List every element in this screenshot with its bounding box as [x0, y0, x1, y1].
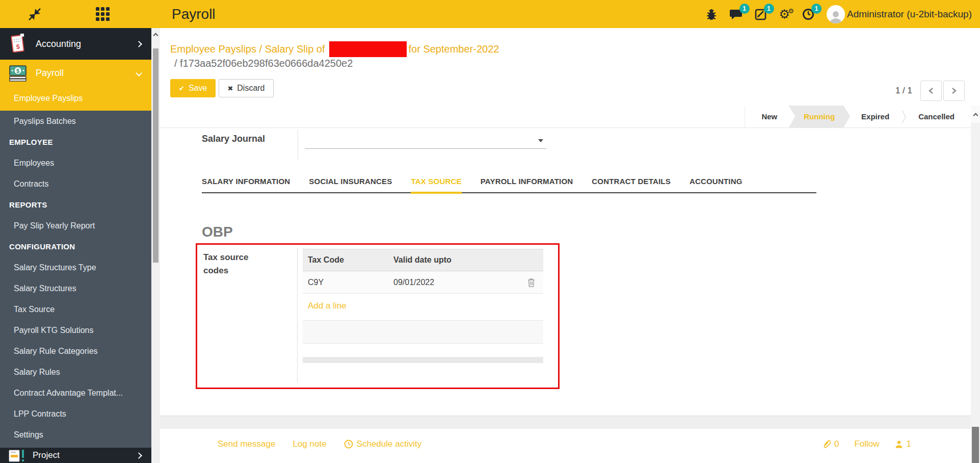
follow-button[interactable]: Follow: [854, 439, 879, 449]
topbar-systray: 1 1 ⚙⚙ 1: [706, 0, 972, 28]
redaction-block: [329, 41, 407, 57]
messages-icon[interactable]: 1: [729, 8, 743, 20]
app-title: Payroll: [172, 0, 216, 28]
tax-source-codes-label: Tax source codes: [203, 251, 270, 277]
chevron-right-icon: [136, 452, 142, 459]
chevron-right-icon: [136, 41, 142, 47]
project-clipboard-icon: [0, 449, 33, 462]
salary-journal-field[interactable]: [305, 132, 546, 149]
breadcrumb: Employee Payslips / Salary Slip offor Se…: [170, 41, 499, 57]
sidebar-item-payroll-ktg-solutions[interactable]: Payroll KTG Solutions: [0, 320, 151, 341]
sidebar-item-contracts[interactable]: Contracts: [0, 173, 151, 194]
status-step-running[interactable]: Running: [788, 106, 850, 128]
sidebar-item-lpp-contracts[interactable]: LPP Contracts: [0, 403, 151, 424]
save-button[interactable]: ✔ Save: [170, 79, 216, 97]
delete-row-button[interactable]: [519, 278, 543, 287]
pager: 1 / 1: [895, 81, 965, 101]
field-separator: [298, 129, 298, 160]
chatter-followers: 0 Follow 1: [822, 439, 911, 449]
sidebar-item-salary-structures[interactable]: Salary Structures: [0, 278, 151, 299]
scroll-up-arrow-icon[interactable]: [971, 106, 980, 123]
sidebar: $ Accounting $ Payroll: [0, 28, 151, 463]
chatter-actions: Send message Log note Schedule activity: [218, 439, 421, 449]
sidebar-item-accounting[interactable]: $ Accounting: [0, 28, 151, 60]
user-menu[interactable]: Administrator (u-2bit-backup): [827, 5, 972, 23]
sidebar-item-salary-rule-categories[interactable]: Salary Rule Categories: [0, 341, 151, 362]
table-horizontal-scrollbar[interactable]: [303, 357, 543, 363]
check-icon: ✔: [179, 85, 184, 92]
sidebar-item-salary-rules[interactable]: Salary Rules: [0, 362, 151, 382]
send-message-link[interactable]: Send message: [218, 439, 275, 449]
schedule-activity-link[interactable]: Schedule activity: [344, 439, 422, 449]
sidebar-item-salary-structures-type[interactable]: Salary Structures Type: [0, 257, 151, 278]
sidebar-item-employees[interactable]: Employees: [0, 152, 151, 173]
sidebar-item-employee-payslips[interactable]: Employee Payslips: [0, 86, 151, 111]
tab-salary-information[interactable]: SALARY INFORMATION: [202, 177, 290, 192]
gear-icon[interactable]: ⚙⚙: [779, 8, 790, 20]
avatar: [827, 5, 845, 23]
accounting-receipt-icon: $: [0, 34, 36, 54]
activity-badge: 1: [811, 4, 822, 14]
breadcrumb-employee-payslips[interactable]: Employee Payslips: [170, 43, 256, 55]
salary-journal-label: Salary Journal: [202, 134, 265, 144]
sheet-bottom-gap: [160, 416, 980, 429]
main-content: Employee Payslips / Salary Slip offor Se…: [160, 28, 980, 463]
sidebar-item-project[interactable]: Project: [0, 448, 151, 463]
statusbar: New Running Expired Cancelled: [745, 106, 966, 127]
attachments-button[interactable]: 0: [822, 439, 839, 449]
top-bar: Payroll 1: [0, 0, 980, 28]
cell-valid-date[interactable]: 09/01/2022: [393, 278, 519, 287]
bug-icon[interactable]: [706, 8, 717, 21]
tab-accounting[interactable]: ACCOUNTING: [690, 177, 743, 192]
status-row: New Running Expired Cancelled: [160, 106, 971, 128]
add-a-line-link[interactable]: Add a line: [308, 301, 347, 311]
empty-row-placeholder: [303, 320, 543, 344]
sidebar-item-payslips-batches[interactable]: Payslips Batches: [0, 111, 151, 132]
column-header-tax-code: Tax Code: [303, 255, 393, 265]
tab-payroll-information[interactable]: PAYROLL INFORMATION: [481, 177, 573, 192]
sidebar-scrollbar[interactable]: [151, 28, 160, 463]
field-separator: [297, 248, 298, 382]
main-scrollbar[interactable]: [971, 106, 980, 463]
followers-button[interactable]: 1: [895, 439, 911, 449]
scroll-up-arrow-icon[interactable]: [151, 28, 160, 40]
sidebar-item-pay-slip-yearly-report[interactable]: Pay Slip Yearly Report: [0, 215, 151, 236]
compress-icon[interactable]: [28, 0, 41, 28]
status-step-new[interactable]: New: [750, 106, 788, 128]
tab-social-insurances[interactable]: SOCIAL INSURANCES: [309, 177, 392, 192]
notebook-tabs: SALARY INFORMATION SOCIAL INSURANCES TAX…: [202, 177, 816, 193]
breadcrumb-salary-slip-suffix[interactable]: for September-2022: [409, 43, 499, 55]
chevron-down-icon: [136, 70, 142, 76]
sidebar-section-employee: EMPLOYEE: [0, 132, 151, 152]
breadcrumb-current: / f173aa52f06eb298f63e0666da4250e2: [174, 58, 353, 69]
table-row[interactable]: C9Y 09/01/2022: [303, 271, 543, 294]
pager-previous-button[interactable]: [920, 81, 942, 101]
tab-tax-source[interactable]: TAX SOURCE: [411, 177, 461, 192]
column-header-valid-date-upto: Valid date upto: [393, 255, 519, 265]
notes-icon[interactable]: 1: [755, 8, 767, 20]
sidebar-menu: Employee Payslips Payslips Batches EMPLO…: [0, 86, 151, 445]
breadcrumb-salary-slip[interactable]: Salary Slip of: [265, 43, 325, 55]
sidebar-item-payroll[interactable]: $ Payroll: [0, 60, 151, 86]
sidebar-item-settings[interactable]: Settings: [0, 424, 151, 445]
sidebar-item-contract-advantage-templates[interactable]: Contract Advantage Templat...: [0, 382, 151, 403]
status-separator-chevron: [902, 109, 906, 124]
main-scrollbar-thumb[interactable]: [972, 427, 979, 463]
pager-next-button[interactable]: [943, 81, 965, 101]
status-step-cancelled[interactable]: Cancelled: [907, 106, 966, 128]
cell-tax-code[interactable]: C9Y: [303, 278, 393, 287]
activity-clock-icon[interactable]: 1: [802, 8, 814, 20]
log-note-link[interactable]: Log note: [293, 439, 326, 449]
sidebar-section-reports: REPORTS: [0, 194, 151, 215]
tab-contract-details[interactable]: CONTRACT DETAILS: [592, 177, 671, 192]
sidebar-item-tax-source[interactable]: Tax Source: [0, 299, 151, 320]
dropdown-caret-icon[interactable]: [538, 139, 543, 142]
annotation-highlight-box: Tax source codes Tax Code Valid date upt…: [196, 243, 560, 389]
follower-person-icon: [895, 440, 903, 448]
tax-source-codes-table: Tax Code Valid date upto C9Y 09/01/2022: [303, 249, 543, 363]
trash-icon: [527, 278, 535, 287]
sidebar-scrollbar-thumb[interactable]: [153, 48, 158, 263]
status-step-expired[interactable]: Expired: [850, 106, 900, 128]
apps-grid-icon[interactable]: [96, 0, 110, 28]
discard-button[interactable]: ✖ Discard: [219, 79, 273, 97]
